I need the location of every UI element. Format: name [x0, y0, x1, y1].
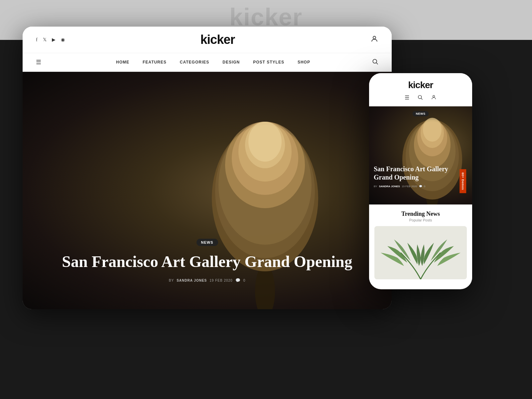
nav-items: HOME FEATURES CATEGORIES DESIGN POST STY… — [55, 60, 372, 65]
demos-badge[interactable]: 60+ Demos — [460, 169, 466, 193]
tablet-nav: ☰ HOME FEATURES CATEGORIES DESIGN POST S… — [23, 53, 392, 72]
hero-content: NEWS San Francisco Art Gallery Grand Ope… — [23, 239, 392, 283]
hero-title: San Francisco Art Gallery Grand Opening — [23, 252, 392, 271]
phone-hero-date: 19 FEB 2020 — [402, 185, 417, 188]
phone-hero-author-label: BY — [374, 185, 377, 188]
phone-banksia-flower — [379, 106, 472, 204]
tablet-logo[interactable]: kicker — [200, 33, 235, 47]
tablet-user-icon[interactable] — [370, 35, 378, 45]
tablet-social-icons: f 𝕏 ▶ ◉ — [36, 37, 65, 43]
phone-hero-title: San Francisco Art Gallery Grand Opening — [374, 165, 467, 182]
phone-hero-author[interactable]: SANDRA JONES — [379, 185, 400, 188]
phone-trending-card[interactable] — [374, 226, 467, 279]
nav-categories[interactable]: CATEGORIES — [180, 60, 209, 65]
phone-trending-subtitle: Popular Posts — [374, 218, 467, 222]
hero-author[interactable]: SANDRA JONES — [177, 279, 207, 282]
palm-leaf-illustration — [381, 226, 461, 279]
phone-trending-title: Trending News — [374, 210, 467, 217]
tablet-header: f 𝕏 ▶ ◉ kicker — [23, 27, 392, 53]
svg-point-14 — [433, 95, 435, 97]
news-badge: NEWS — [197, 239, 218, 246]
search-icon[interactable] — [372, 58, 378, 66]
comment-icon: 💬 — [235, 278, 241, 283]
hero-date: 19 FEB 2020 — [209, 279, 232, 282]
svg-point-0 — [373, 36, 376, 39]
nav-shop[interactable]: SHOP — [298, 60, 310, 65]
youtube-icon[interactable]: ▶ — [52, 37, 56, 43]
svg-line-13 — [421, 98, 423, 100]
phone-header: kicker ☰ — [369, 73, 472, 106]
phone-hero-content: San Francisco Art Gallery Grand Opening … — [374, 165, 467, 188]
nav-home[interactable]: HOME — [116, 60, 129, 65]
phone-trending-section: Trending News Popular Posts — [369, 204, 472, 285]
phone-user-icon[interactable] — [431, 94, 437, 101]
svg-point-22 — [423, 118, 442, 142]
phone-hero: NEWS San Francisco Art Gallery Grand Ope… — [369, 106, 472, 204]
phone-news-badge: NEWS — [413, 111, 429, 116]
svg-point-12 — [418, 95, 422, 99]
nav-post-styles[interactable]: POST STYLES — [253, 60, 284, 65]
phone-hero-comments: 0 — [424, 185, 425, 188]
phone-logo[interactable]: kicker — [376, 80, 466, 90]
hero-author-label: BY — [169, 279, 174, 282]
svg-point-1 — [373, 59, 377, 63]
phone-nav-icons: ☰ — [376, 93, 466, 101]
phone-comment-icon: 💬 — [419, 185, 422, 188]
phone-hero-meta: BY SANDRA JONES 19 FEB 2020 💬 0 — [374, 185, 467, 188]
hero-meta: BY SANDRA JONES 19 FEB 2020 💬 0 — [23, 278, 392, 283]
phone-card-background — [374, 226, 467, 279]
tablet-hero: NEWS San Francisco Art Gallery Grand Ope… — [23, 72, 392, 309]
hamburger-icon[interactable]: ☰ — [36, 59, 41, 66]
phone-search-icon[interactable] — [417, 94, 423, 101]
nav-design[interactable]: DESIGN — [222, 60, 240, 65]
hero-comments-count: 0 — [243, 279, 246, 282]
phone-hamburger-icon[interactable]: ☰ — [405, 94, 409, 101]
tablet-mockup: f 𝕏 ▶ ◉ kicker ☰ HOME FEATURES CATEGORIE… — [23, 27, 392, 309]
phone-mockup: kicker ☰ — [369, 73, 472, 289]
svg-line-2 — [376, 63, 378, 64]
facebook-icon[interactable]: f — [36, 37, 38, 43]
nav-features[interactable]: FEATURES — [143, 60, 167, 65]
twitter-icon[interactable]: 𝕏 — [43, 37, 47, 43]
instagram-icon[interactable]: ◉ — [61, 37, 65, 43]
svg-point-11 — [248, 122, 282, 162]
